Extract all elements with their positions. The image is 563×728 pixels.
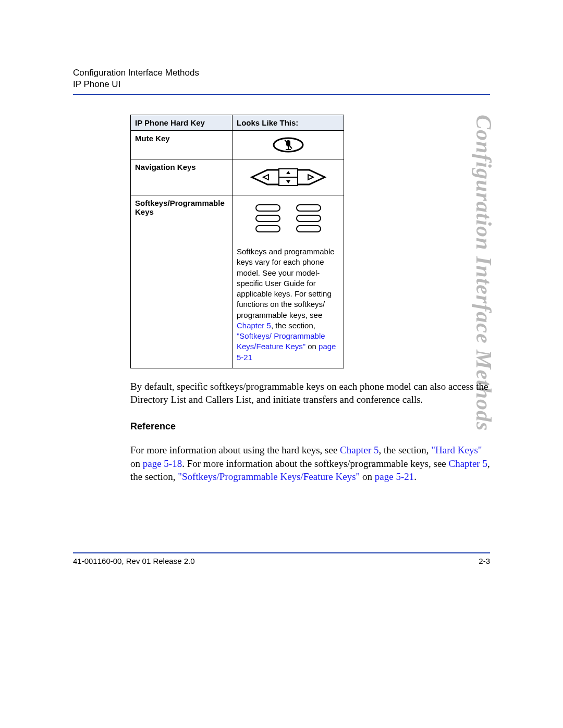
ref-text: . For more information about the softkey… <box>182 458 448 469</box>
table-header-key: IP Phone Hard Key <box>131 115 232 131</box>
row-image-nav <box>232 159 344 195</box>
running-header-chapter: Configuration Interface Methods <box>73 68 490 78</box>
svg-rect-11 <box>256 205 280 211</box>
ref-text: , the section, <box>379 445 432 455</box>
table-row: Navigation Keys <box>131 159 344 195</box>
table-header-look: Looks Like This: <box>232 115 344 131</box>
row-image-softkeys: Softkeys and programmable keys vary for … <box>232 195 344 368</box>
desc-text: on <box>305 342 319 351</box>
row-label-mute: Mute Key <box>131 131 232 159</box>
reference-paragraph: For more information about using the har… <box>130 443 490 484</box>
link-chapter-5[interactable]: Chapter 5 <box>340 445 378 455</box>
row-label-softkeys: Softkeys/Programmable Keys <box>131 195 232 368</box>
footer-doc-id: 41-001160-00, Rev 01 Release 2.0 <box>73 557 195 565</box>
ref-text: on <box>360 471 375 482</box>
desc-text: , the section, <box>271 321 315 330</box>
header-rule <box>73 94 490 95</box>
svg-rect-15 <box>297 215 321 221</box>
link-hard-keys[interactable]: "Hard Keys" <box>431 445 482 455</box>
ref-text: . <box>414 471 417 482</box>
link-page-5-18[interactable]: page 5-18 <box>143 458 182 469</box>
page-footer: 41-001160-00, Rev 01 Release 2.0 2-3 <box>73 552 490 565</box>
table-row: Softkeys/Programmable Keys Sof <box>131 195 344 368</box>
row-image-mute <box>232 131 344 159</box>
row-label-nav: Navigation Keys <box>131 159 232 195</box>
svg-rect-12 <box>256 215 280 221</box>
reference-heading: Reference <box>130 421 490 432</box>
hard-key-table: IP Phone Hard Key Looks Like This: Mute … <box>130 115 344 368</box>
link-chapter-5[interactable]: Chapter 5 <box>449 458 487 469</box>
footer-page-number: 2-3 <box>479 557 490 565</box>
link-page-5-21[interactable]: page 5-21 <box>375 471 414 482</box>
softkeys-icon <box>247 201 330 237</box>
page-content: Configuration Interface Methods IP Phone… <box>73 68 490 484</box>
desc-text: Softkeys and programmable keys vary for … <box>237 247 335 319</box>
ref-text: on <box>130 458 143 469</box>
table-row: Mute Key <box>131 131 344 159</box>
link-chapter-5[interactable]: Chapter 5 <box>237 321 271 330</box>
svg-rect-13 <box>256 226 280 232</box>
link-softkeys-section[interactable]: "Softkeys/Programmable Keys/Feature Keys… <box>178 471 360 482</box>
body-paragraph: By default, specific softkeys/programmab… <box>130 380 490 406</box>
running-header-section: IP Phone UI <box>73 79 490 90</box>
ref-text: For more information about using the har… <box>130 445 340 455</box>
table-header-row: IP Phone Hard Key Looks Like This: <box>131 115 344 131</box>
main-content: IP Phone Hard Key Looks Like This: Mute … <box>130 115 490 484</box>
mute-key-icon <box>272 136 304 154</box>
footer-rule <box>73 552 490 553</box>
softkeys-description: Softkeys and programmable keys vary for … <box>237 246 339 363</box>
svg-rect-14 <box>297 205 321 211</box>
navigation-keys-icon <box>247 165 330 190</box>
svg-rect-16 <box>297 226 321 232</box>
